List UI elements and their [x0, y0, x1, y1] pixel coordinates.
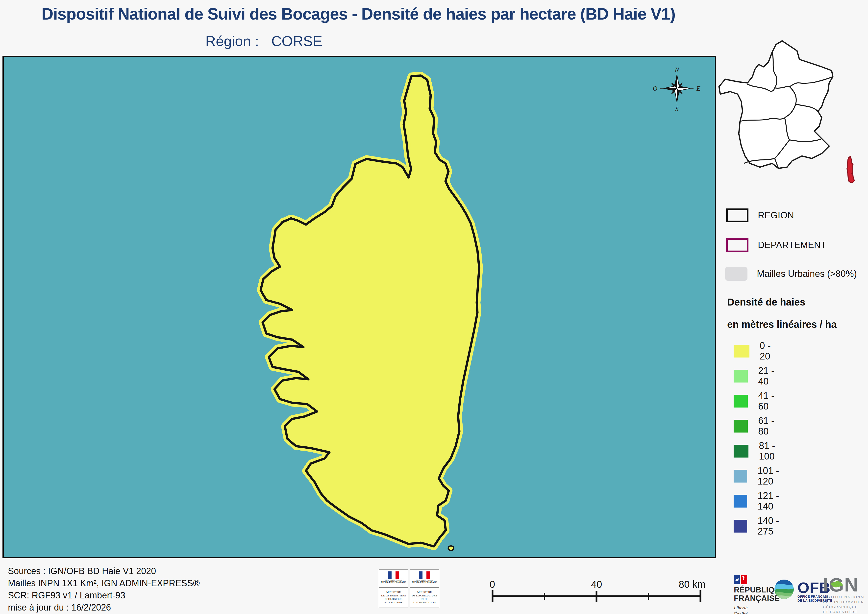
ign-subtitle: INSTITUT NATIONALDE L'INFORMATIONGÉOGRAP…	[823, 595, 866, 614]
ministry-republique: RÉPUBLIQUE FRANÇAISE	[379, 581, 408, 583]
urban-legend-label: Mailles Urbaines (>80%)	[757, 268, 857, 279]
density-class-row: 21 - 40	[734, 370, 777, 383]
density-legend-title-line2: en mètres linéaires / ha	[727, 319, 837, 330]
compass-east-label: E	[696, 85, 701, 92]
density-class-label: 61 - 80	[758, 416, 777, 437]
density-class-swatch	[734, 345, 749, 358]
density-class-label: 0 - 20	[760, 340, 777, 362]
density-class-label: 140 - 275	[758, 515, 782, 537]
density-class-row: 41 - 60	[734, 395, 777, 408]
source-line: Mailles INPN 1X1 Km², IGN ADMIN-EXPRESS®	[8, 577, 200, 589]
departement-swatch	[726, 238, 749, 252]
sources-text: Sources : IGN/OFB BD Haie V1 2020Mailles…	[8, 565, 200, 614]
density-class-row: 101 - 120	[734, 470, 782, 482]
density-class-swatch	[734, 445, 749, 457]
density-class-swatch	[734, 520, 747, 533]
islet-lavezzi	[448, 546, 454, 550]
source-line: mise à jour du : 16/2/2026	[8, 602, 200, 614]
marianne-flag-icon	[734, 575, 748, 584]
source-line: SCR: RGF93 v1 / Lambert-93	[8, 589, 200, 602]
density-class-row: 61 - 80	[734, 420, 777, 433]
ministry-name: MINISTÈRE DE L'AGRICULTURE ET DE L'ALIME…	[410, 588, 439, 604]
legend-urban: Mailles Urbaines (>80%)	[725, 267, 857, 281]
source-line: Sources : IGN/OFB BD Haie V1 2020	[8, 565, 200, 577]
ministry-name: MINISTÈRE DE LA TRANSITION ÉCOLOGIQUE ET…	[379, 588, 408, 604]
ofb-globe-icon	[774, 579, 794, 599]
region-swatch	[726, 208, 749, 222]
scalebar-end-label: 80 km	[679, 579, 706, 590]
scalebar-start-label: 0	[490, 579, 495, 590]
compass-west-label: O	[653, 85, 657, 92]
ign-acronym: IGN	[823, 577, 866, 593]
urban-swatch	[725, 267, 747, 281]
density-class-row: 0 - 20	[734, 345, 777, 358]
ministry-motto: Liberté • Égalité • Fraternité	[410, 579, 439, 581]
legend-departement: DEPARTEMENT	[726, 238, 826, 252]
inset-corse-highlight	[847, 157, 854, 183]
density-class-label: 21 - 40	[758, 366, 777, 387]
main-map[interactable]: N S E O	[3, 56, 716, 558]
density-class-swatch	[734, 420, 748, 433]
density-class-swatch	[734, 470, 747, 482]
region-subtitle: Région : CORSE	[205, 33, 322, 49]
density-class-label: 81 - 100	[759, 440, 782, 462]
density-class-label: 41 - 60	[758, 391, 777, 412]
density-class-swatch	[734, 495, 747, 507]
region-label: Région :	[205, 33, 259, 49]
density-class-label: 121 - 140	[758, 490, 782, 512]
france-outline	[719, 41, 833, 168]
french-flag-icon	[388, 571, 399, 579]
scale-bar	[488, 589, 705, 603]
legend-region: REGION	[726, 208, 794, 222]
compass-south-label: S	[676, 105, 679, 112]
density-class-row: 140 - 275	[734, 520, 782, 533]
ministry-republique: RÉPUBLIQUE FRANÇAISE	[410, 581, 439, 583]
ministry-agriculture-logo: Liberté • Égalité • Fraternité RÉPUBLIQU…	[410, 569, 439, 608]
departement-legend-label: DEPARTEMENT	[758, 240, 826, 250]
france-inset-map[interactable]	[715, 30, 868, 191]
page-title: Dispositif National de Suivi des Bocages…	[42, 5, 675, 23]
ministry-transition-ecologique-logo: Liberté • Égalité • Fraternité RÉPUBLIQU…	[379, 569, 408, 608]
density-class-row: 121 - 140	[734, 495, 782, 507]
density-class-swatch	[734, 395, 748, 408]
region-value: CORSE	[271, 33, 322, 49]
french-flag-icon	[419, 571, 430, 579]
ministry-motto: Liberté • Égalité • Fraternité	[379, 579, 408, 581]
region-legend-label: REGION	[758, 210, 794, 220]
ign-logo: IGN INSTITUT NATIONALDE L'INFORMATIONGÉO…	[823, 577, 866, 614]
compass-north-label: N	[674, 66, 679, 73]
density-class-row: 81 - 100	[734, 445, 782, 457]
density-class-swatch	[734, 370, 748, 383]
scalebar-mid-label: 40	[591, 579, 602, 590]
density-class-label: 101 - 120	[758, 465, 782, 487]
density-legend-title-line1: Densité de haies	[727, 296, 805, 308]
